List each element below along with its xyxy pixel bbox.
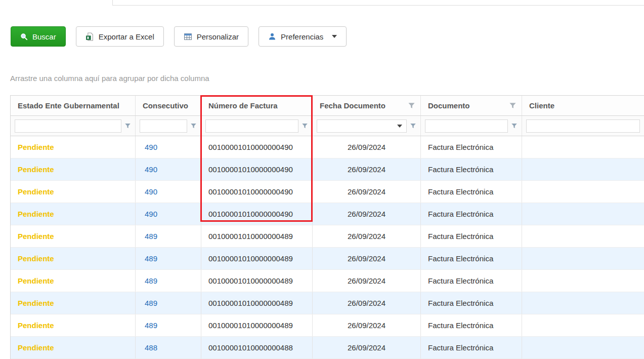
consecutivo-cell: 489 [136,314,201,336]
estado-cell: Pendiente [11,181,136,203]
column-header-cliente[interactable]: Cliente [522,96,644,115]
fecha-value: 26/09/2024 [348,210,385,218]
numero-factura-cell: 00100001010000000490 [201,203,313,225]
excel-icon [85,32,94,41]
table-row[interactable]: Pendiente 490 00100001010000000490 26/09… [11,181,644,203]
column-header-label: Documento [428,101,509,110]
fecha-cell: 26/09/2024 [313,337,421,358]
toolbar: Buscar Exportar a Excel Personalizar Pre… [11,26,347,47]
chevron-down-icon[interactable] [397,125,402,128]
preferencias-button[interactable]: Preferencias [259,26,347,47]
consecutivo-link[interactable]: 490 [145,210,157,218]
column-header-label: Estado Ente Gubernamental [18,101,130,110]
personalizar-button[interactable]: Personalizar [174,26,248,47]
numero-factura-value: 00100001010000000490 [208,210,293,218]
fecha-value: 26/09/2024 [348,276,385,285]
numero-factura-value: 00100001010000000489 [208,299,293,307]
column-header-consecutivo[interactable]: Consecutivo [136,96,201,115]
numero-factura-filter-input[interactable] [205,119,298,133]
estado-value: Pendiente [18,276,54,285]
estado-value: Pendiente [18,143,54,151]
documento-value: Factura Electrónica [428,143,493,151]
estado-cell: Pendiente [11,314,136,336]
fecha-value: 26/09/2024 [348,232,385,241]
documento-cell: Factura Electrónica [421,136,522,158]
chevron-down-icon [332,35,337,38]
consecutivo-link[interactable]: 490 [145,143,157,151]
documento-filter-input[interactable] [425,119,508,133]
consecutivo-link[interactable]: 490 [145,187,157,196]
filter-cell-consecutivo [136,116,201,136]
consecutivo-cell: 489 [136,270,201,292]
fecha-cell: 26/09/2024 [313,203,421,225]
filter-cell-cliente [522,116,644,136]
consecutivo-link[interactable]: 489 [145,254,157,263]
table-row[interactable]: Pendiente 489 00100001010000000489 26/09… [11,292,644,314]
estado-cell: Pendiente [11,136,136,158]
column-header-fecha-documento[interactable]: Fecha Documento [313,96,421,115]
estado-cell: Pendiente [11,158,136,180]
estado-value: Pendiente [18,321,54,330]
estado-filter-input[interactable] [15,119,121,133]
tab-strip-border-vertical [112,0,113,5]
header-filter-icon[interactable] [509,102,517,109]
table-row[interactable]: Pendiente 488 00100001010000000488 26/09… [11,337,644,359]
filter-icon[interactable] [410,123,416,129]
header-filter-icon[interactable] [408,102,415,109]
numero-factura-value: 00100001010000000489 [208,276,293,285]
consecutivo-link[interactable]: 489 [145,232,157,241]
numero-factura-cell: 00100001010000000490 [201,181,313,203]
table-row[interactable]: Pendiente 490 00100001010000000490 26/09… [11,158,644,181]
filter-icon[interactable] [190,123,197,129]
exportar-excel-button[interactable]: Exportar a Excel [76,26,164,47]
table-row[interactable]: Pendiente 490 00100001010000000490 26/09… [11,203,644,225]
numero-factura-cell: 00100001010000000489 [201,225,313,247]
filter-cell-fecha-documento [313,116,421,136]
numero-factura-value: 00100001010000000490 [208,187,293,196]
consecutivo-cell: 490 [136,181,201,203]
table-row[interactable]: Pendiente 490 00100001010000000490 26/09… [11,136,644,158]
column-header-documento[interactable]: Documento [421,96,522,115]
table-row[interactable]: Pendiente 489 00100001010000000489 26/09… [11,225,644,248]
documento-cell: Factura Electrónica [421,181,522,203]
estado-cell: Pendiente [11,270,136,292]
estado-cell: Pendiente [11,248,136,269]
cliente-cell [522,203,644,225]
estado-cell: Pendiente [11,225,136,247]
consecutivo-cell: 489 [136,248,201,269]
filter-icon[interactable] [511,123,518,129]
consecutivo-link[interactable]: 489 [145,276,157,285]
cliente-cell [522,337,644,358]
cliente-cell [522,136,644,158]
filter-icon[interactable] [124,123,131,129]
documento-value: Factura Electrónica [428,187,493,196]
cliente-cell [522,314,644,336]
numero-factura-cell: 00100001010000000489 [201,248,313,269]
cliente-cell [522,181,644,203]
documento-cell: Factura Electrónica [421,292,522,314]
buscar-button[interactable]: Buscar [11,26,66,47]
fecha-filter-input[interactable] [317,120,393,132]
grid-rows: Pendiente 490 00100001010000000490 26/09… [11,136,644,359]
fecha-cell: 26/09/2024 [313,248,421,269]
documento-value: Factura Electrónica [428,165,493,174]
filter-icon[interactable] [302,123,308,129]
consecutivo-link[interactable]: 489 [145,321,157,330]
column-header-numero-factura[interactable]: Número de Factura [201,96,313,115]
cliente-cell [522,225,644,247]
table-row[interactable]: Pendiente 489 00100001010000000489 26/09… [11,270,644,292]
consecutivo-link[interactable]: 490 [145,165,157,174]
cliente-filter-input[interactable] [526,119,640,133]
data-grid: Estado Ente Gubernamental Consecutivo Nú… [10,95,644,359]
fecha-value: 26/09/2024 [348,187,385,196]
consecutivo-filter-input[interactable] [140,119,187,133]
column-header-estado[interactable]: Estado Ente Gubernamental [11,96,136,115]
numero-factura-cell: 00100001010000000489 [201,314,313,336]
table-row[interactable]: Pendiente 489 00100001010000000489 26/09… [11,248,644,270]
table-row[interactable]: Pendiente 489 00100001010000000489 26/09… [11,314,644,337]
user-icon [268,32,276,41]
group-panel-drop-zone[interactable]: Arrastre una columna aquí para agrupar p… [10,74,209,83]
consecutivo-link[interactable]: 488 [145,343,157,352]
cliente-cell [522,292,644,314]
consecutivo-link[interactable]: 489 [145,299,157,307]
